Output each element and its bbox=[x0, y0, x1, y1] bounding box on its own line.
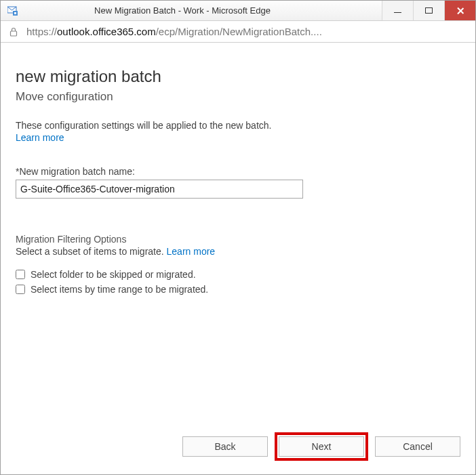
page-heading: new migration batch bbox=[16, 67, 460, 86]
minimize-button[interactable] bbox=[382, 1, 413, 20]
cancel-button[interactable]: Cancel bbox=[375, 436, 460, 457]
checkbox-folder-label: Select folder to be skipped or migrated. bbox=[31, 269, 196, 280]
page-description: These configuration settings will be app… bbox=[16, 120, 460, 131]
batch-name-label: *New migration batch name: bbox=[16, 166, 460, 177]
close-button[interactable] bbox=[444, 1, 475, 20]
url-path: /ecp/Migration/NewMigrationBatch.... bbox=[156, 26, 322, 37]
filter-sub-text: Select a subset of items to migrate. bbox=[16, 246, 164, 257]
filter-section-sub: Select a subset of items to migrate. Lea… bbox=[16, 246, 460, 257]
svg-rect-3 bbox=[11, 31, 17, 36]
footer-buttons: Back Next Cancel bbox=[16, 436, 460, 457]
batch-name-field: *New migration batch name: bbox=[16, 166, 460, 199]
url-text: https://outlook.office365.com/ecp/Migrat… bbox=[26, 26, 467, 37]
batch-name-input[interactable] bbox=[16, 180, 303, 199]
checkbox-timerange-label: Select items by time range to be migrate… bbox=[31, 284, 208, 295]
address-bar[interactable]: https://outlook.office365.com/ecp/Migrat… bbox=[1, 21, 475, 43]
window-frame: New Migration Batch - Work - Microsoft E… bbox=[0, 0, 476, 475]
checkbox-timerange[interactable] bbox=[16, 285, 25, 294]
back-button[interactable]: Back bbox=[182, 436, 268, 457]
svg-rect-2 bbox=[14, 12, 16, 14]
next-button[interactable]: Next bbox=[279, 436, 364, 457]
filter-learn-more-link[interactable]: Learn more bbox=[167, 246, 216, 257]
checkbox-timerange-row[interactable]: Select items by time range to be migrate… bbox=[16, 284, 460, 295]
url-protocol: https:// bbox=[26, 26, 57, 37]
checkbox-folder-row[interactable]: Select folder to be skipped or migrated. bbox=[16, 269, 460, 280]
content-area: new migration batch Move configuration T… bbox=[1, 43, 475, 474]
checkbox-folder[interactable] bbox=[16, 270, 25, 279]
filter-section-title: Migration Filtering Options bbox=[16, 234, 460, 245]
titlebar: New Migration Batch - Work - Microsoft E… bbox=[1, 1, 475, 21]
page-subheading: Move configuration bbox=[16, 90, 460, 104]
close-icon bbox=[456, 7, 464, 15]
maximize-button[interactable] bbox=[413, 1, 444, 20]
url-host: outlook.office365.com bbox=[57, 26, 156, 37]
learn-more-link[interactable]: Learn more bbox=[16, 132, 460, 143]
window-controls bbox=[382, 1, 475, 20]
lock-icon bbox=[9, 27, 18, 37]
minimize-icon bbox=[394, 12, 401, 14]
app-icon bbox=[7, 5, 18, 16]
maximize-icon bbox=[425, 7, 433, 14]
window-title: New Migration Batch - Work - Microsoft E… bbox=[0, 5, 382, 16]
